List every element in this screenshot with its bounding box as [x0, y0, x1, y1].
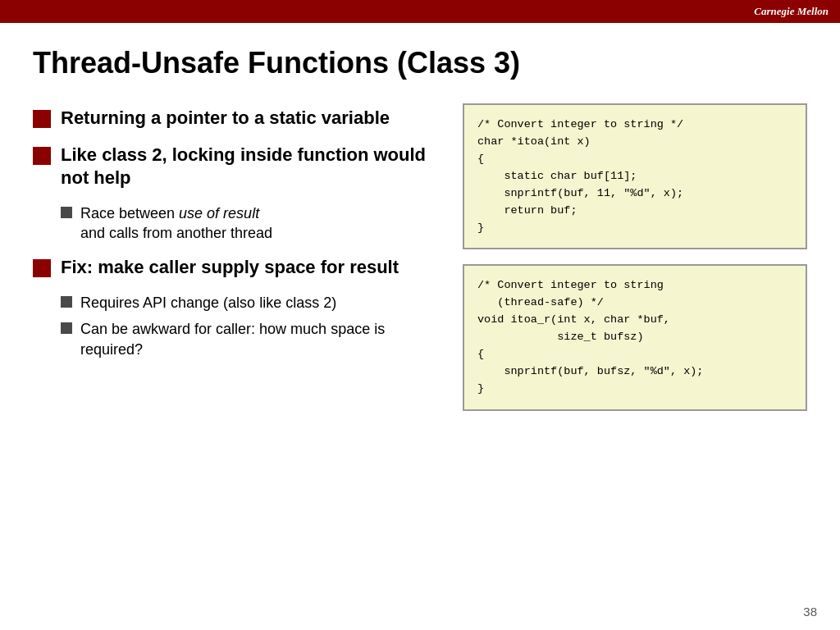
sub-bullet-text-2-1: Race between use of resultand calls from… — [80, 203, 272, 244]
italic-use-of-result: use of result — [179, 205, 259, 221]
slide-content: Thread-Unsafe Functions (Class 3) Return… — [0, 23, 840, 427]
carnegie-mellon-logo: Carnegie Mellon — [754, 5, 829, 18]
bullet-item-2: Like class 2, locking inside function wo… — [33, 144, 440, 190]
code-box-1: /* Convert integer to string */ char *it… — [463, 103, 807, 249]
bullet-square-icon-3 — [33, 259, 51, 277]
bullet-text-1: Returning a pointer to a static variable — [61, 107, 390, 130]
top-bar: Carnegie Mellon — [0, 0, 840, 23]
page-number: 38 — [803, 605, 817, 619]
sub-bullet-square-icon-1 — [61, 207, 72, 218]
sub-bullet-text-3-2: Can be awkward for caller: how much spac… — [80, 319, 440, 359]
bullet-text-2: Like class 2, locking inside function wo… — [61, 144, 440, 190]
sub-bullet-text-3-1: Requires API change (also like class 2) — [80, 293, 336, 313]
bullet-square-icon-2 — [33, 147, 51, 165]
slide-title: Thread-Unsafe Functions (Class 3) — [33, 46, 807, 80]
bullet-text-3: Fix: make caller supply space for result — [61, 256, 399, 280]
sub-bullets-2: Race between use of resultand calls from… — [61, 203, 440, 244]
sub-bullet-2-1: Race between use of resultand calls from… — [61, 203, 440, 244]
sub-bullet-square-icon-2 — [61, 296, 72, 308]
sub-bullet-square-icon-3 — [61, 322, 72, 334]
sub-bullets-3: Requires API change (also like class 2) … — [61, 293, 440, 359]
left-column: Returning a pointer to a static variable… — [33, 103, 440, 411]
bullet-square-icon-1 — [33, 110, 51, 128]
bullet-item-3: Fix: make caller supply space for result — [33, 256, 440, 280]
code-box-2: /* Convert integer to string (thread-saf… — [463, 264, 807, 410]
bullet-item-1: Returning a pointer to a static variable — [33, 107, 440, 130]
two-column-layout: Returning a pointer to a static variable… — [33, 103, 807, 411]
sub-bullet-3-2: Can be awkward for caller: how much spac… — [61, 319, 440, 359]
sub-bullet-3-1: Requires API change (also like class 2) — [61, 293, 440, 313]
right-column: /* Convert integer to string */ char *it… — [463, 103, 807, 411]
